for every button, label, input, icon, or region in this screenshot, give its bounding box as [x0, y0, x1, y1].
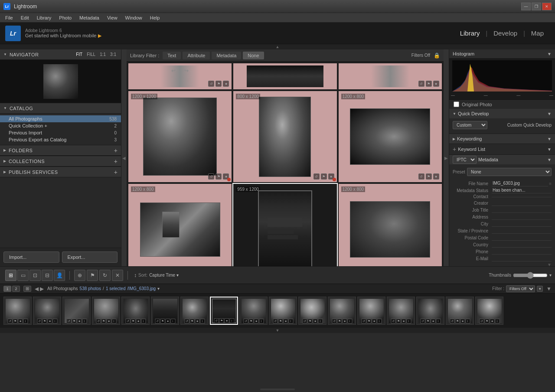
grid-cell-top-3[interactable]: ↺ ⚑ ★	[339, 63, 442, 89]
import-button[interactable]: Import...	[3, 252, 59, 263]
survey-view-button[interactable]: ⊟	[42, 270, 53, 281]
ft17-flag[interactable]: ⚑	[484, 319, 489, 323]
filmstrip-thumb-16[interactable]: ↺ ⚑ ★ i	[446, 297, 474, 325]
ft3-flag[interactable]: ⚑	[72, 319, 76, 323]
filter-attribute[interactable]: Attribute	[183, 52, 210, 59]
ft7-rotate[interactable]: ↺	[184, 319, 189, 323]
ft15-star[interactable]: ★	[431, 319, 435, 323]
navigator-header[interactable]: ▼ Navigator FIT FILL 1:1 3:1	[0, 49, 121, 60]
ft11-flag[interactable]: ⚑	[307, 319, 312, 323]
ft4-flag[interactable]: ⚑	[101, 319, 106, 323]
module-develop[interactable]: Develop	[487, 28, 523, 39]
metadata-preset-dropdown[interactable]: None	[467, 168, 552, 176]
ft16-info[interactable]: i	[465, 319, 470, 323]
ft6-rotate[interactable]: ↺	[155, 319, 160, 323]
cell-icon-f2[interactable]: ⚑	[426, 81, 432, 87]
ft4-info[interactable]: i	[111, 319, 116, 323]
menu-edit[interactable]: Edit	[17, 14, 33, 21]
ft17-info[interactable]: i	[495, 319, 500, 323]
prev-arrow[interactable]: ↩	[171, 68, 176, 74]
filmstrip-thumb-10[interactable]: ↺ ⚑ ★ i	[269, 297, 297, 325]
filmstrip-thumb-7[interactable]: ↺ ⚑ ★ i	[180, 297, 209, 325]
filmstrip-grid-icon[interactable]: ⊞	[23, 286, 31, 292]
ft6-flag[interactable]: ⚑	[160, 319, 165, 323]
catalog-quick-collection[interactable]: Quick Collection + 2	[0, 122, 121, 129]
ft3-rotate[interactable]: ↺	[66, 319, 71, 323]
ft2-rotate[interactable]: ↺	[37, 319, 42, 323]
bottom-collapse-arrow[interactable]: ▼	[0, 328, 555, 333]
menu-photo[interactable]: Photo	[56, 14, 75, 21]
filter-text[interactable]: Text	[163, 52, 181, 59]
cell-icon-star[interactable]: ★	[223, 81, 229, 87]
filmstrip-thumb-6[interactable]: ↺ ⚑ ★ i	[151, 297, 179, 325]
ft15-flag[interactable]: ⚑	[425, 319, 430, 323]
filename-copy-icon[interactable]: ≡	[549, 181, 552, 186]
ft3-info[interactable]: i	[82, 319, 87, 323]
grid-cell-1[interactable]: 1200 x 1200 ↺ ⚑ ★	[128, 91, 232, 182]
ft9-info[interactable]: i	[259, 319, 264, 323]
cell-icon-rotate[interactable]: ↺	[208, 81, 214, 87]
restore-button[interactable]: ❐	[532, 3, 541, 10]
rotate-button[interactable]: ↻	[99, 270, 111, 281]
filmstrip-thumb-12[interactable]: ↺ ⚑ ★ i	[328, 297, 356, 325]
sort-value[interactable]: Capture Time ▾	[149, 273, 179, 278]
quick-develop-header[interactable]: ▼ Quick Develop ▼	[449, 109, 555, 118]
filmstrip-thumb-17[interactable]: ↺ ⚑ ★ i	[475, 297, 503, 325]
flag-button[interactable]: ⚑	[87, 270, 98, 281]
ft8-rotate[interactable]: ↺	[214, 318, 219, 323]
thumbnail-dropdown[interactable]: ▾	[549, 273, 552, 278]
ft2-flag[interactable]: ⚑	[42, 319, 47, 323]
ft14-star[interactable]: ★	[401, 319, 406, 323]
page-2[interactable]: 2	[12, 286, 20, 292]
grid-cell-3[interactable]: 1200 x 800 ↺ ⚑ ★	[339, 91, 442, 182]
menu-metadata[interactable]: Metadata	[76, 14, 103, 21]
menu-view[interactable]: View	[104, 14, 121, 21]
ft9-rotate[interactable]: ↺	[243, 319, 248, 323]
filmstrip-thumb-8[interactable]: ↺ ⚑ ★ i	[210, 297, 238, 325]
compare-view-button[interactable]: ⊡	[29, 270, 41, 281]
ft10-flag[interactable]: ⚑	[278, 319, 283, 323]
grid3-rotate-icon[interactable]: ↺	[418, 173, 424, 180]
cell-icon-flag[interactable]: ⚑	[215, 81, 222, 87]
original-photo-checkbox[interactable]	[454, 101, 459, 107]
grid-cell-6[interactable]: 1200 x 800 ↺ ⚑ ★	[339, 184, 442, 266]
ft5-rotate[interactable]: ↺	[125, 319, 130, 323]
grid-cell-top-2[interactable]	[233, 63, 336, 89]
ft17-rotate[interactable]: ↺	[479, 319, 484, 323]
menu-window[interactable]: Window	[122, 14, 146, 21]
ft14-info[interactable]: i	[406, 319, 411, 323]
ft13-rotate[interactable]: ↺	[361, 319, 366, 323]
publish-add[interactable]: +	[114, 169, 118, 176]
ft6-star[interactable]: ★	[165, 319, 170, 323]
mobile-arrow[interactable]: ▶	[98, 33, 101, 39]
catalog-previous-export[interactable]: Previous Export as Catalog 3	[0, 136, 121, 143]
cell-icon-r2[interactable]: ↺	[418, 81, 424, 87]
minimize-button[interactable]: —	[521, 3, 531, 10]
page-1[interactable]: 1	[3, 286, 11, 292]
top-collapse-arrow[interactable]: ▲	[0, 44, 555, 49]
right-panel-toggle[interactable]: ▶	[444, 49, 449, 266]
ft12-star[interactable]: ★	[342, 319, 347, 323]
ft1-flag[interactable]: ⚑	[13, 319, 17, 323]
qd-preset-select[interactable]: Custom	[453, 121, 487, 129]
ft13-info[interactable]: i	[377, 319, 382, 323]
grid-cell-top-1[interactable]: ↺ ⚑ ★ ↩ ↪	[128, 63, 232, 89]
ft11-star[interactable]: ★	[313, 319, 317, 323]
ft5-flag[interactable]: ⚑	[131, 319, 135, 323]
menu-file[interactable]: File	[2, 14, 16, 21]
grid-cell-2[interactable]: 800 x 1200 ↺ ⚑ ★	[233, 91, 336, 182]
ft15-rotate[interactable]: ↺	[420, 319, 425, 323]
grid3-flag-icon[interactable]: ⚑	[426, 173, 432, 180]
module-library[interactable]: Library	[454, 28, 486, 39]
ft5-star[interactable]: ★	[136, 319, 140, 323]
ft6-info[interactable]: i	[170, 319, 175, 323]
spray-button[interactable]: ⊕	[74, 270, 85, 281]
ft1-rotate[interactable]: ↺	[7, 319, 12, 323]
ft9-star[interactable]: ★	[254, 319, 258, 323]
filmstrip-thumb-13[interactable]: ↺ ⚑ ★ i	[357, 297, 385, 325]
metadata-preset-select[interactable]: IPTC	[453, 156, 477, 164]
cell-icon-s2[interactable]: ★	[433, 81, 439, 87]
filmstrip-thumb-2[interactable]: ↺ ⚑ ★ i	[33, 297, 61, 325]
collections-header[interactable]: ▶ Collections +	[0, 156, 121, 167]
filter-none[interactable]: None	[243, 52, 264, 59]
